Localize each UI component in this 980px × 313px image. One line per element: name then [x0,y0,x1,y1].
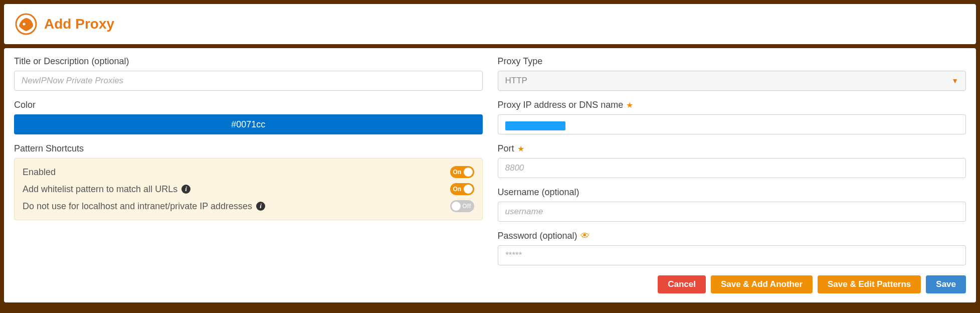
eye-icon[interactable]: 👁 [580,231,590,241]
redacted-ip [505,121,565,130]
title-input[interactable] [14,71,483,91]
localhost-label: Do not use for localhost and intranet/pr… [23,201,252,212]
shortcut-row-enabled: Enabled On [23,164,474,181]
title-label: Title or Description (optional) [14,56,483,67]
info-icon[interactable]: i [256,202,265,211]
proxy-type-select[interactable]: HTTP ▼ [498,71,966,91]
enabled-label: Enabled [23,167,56,178]
proxy-type-value: HTTP [505,76,527,86]
page-title: Add Proxy [44,16,114,32]
save-button[interactable]: Save [926,275,966,293]
right-column: Proxy Type HTTP ▼ Proxy IP address or DN… [498,56,966,293]
port-input[interactable] [498,158,966,178]
enabled-toggle[interactable]: On [450,166,474,178]
color-label: Color [14,100,483,110]
shortcuts-label: Pattern Shortcuts [14,143,483,154]
username-input[interactable] [498,202,966,222]
form-panel: Title or Description (optional) Color #0… [4,48,976,302]
ip-input[interactable] [498,114,966,134]
foxyproxy-logo-icon [15,13,37,35]
color-button[interactable]: #0071cc [14,114,483,134]
proxy-type-label: Proxy Type [498,56,966,67]
ip-label: Proxy IP address or DNS name ★ [498,100,966,110]
port-label: Port ★ [498,143,966,154]
header-bar: Add Proxy [4,4,976,44]
password-input[interactable] [498,245,966,265]
star-icon: ★ [517,144,524,153]
shortcut-row-localhost: Do not use for localhost and intranet/pr… [23,198,474,215]
info-icon[interactable]: i [181,185,190,194]
shortcuts-box: Enabled On Add whitelist pattern to matc… [14,158,483,220]
left-column: Title or Description (optional) Color #0… [14,56,483,293]
svg-point-1 [23,23,26,26]
localhost-toggle[interactable]: Off [450,200,474,212]
star-icon: ★ [626,100,633,110]
shortcut-row-whitelist: Add whitelist pattern to match all URLs … [23,181,474,198]
save-add-another-button[interactable]: Save & Add Another [711,275,813,293]
password-label: Password (optional) 👁 [498,231,966,241]
save-edit-patterns-button[interactable]: Save & Edit Patterns [818,275,921,293]
footer-buttons: Cancel Save & Add Another Save & Edit Pa… [498,275,966,293]
username-label: Username (optional) [498,187,966,198]
whitelist-toggle[interactable]: On [450,183,474,195]
cancel-button[interactable]: Cancel [658,275,706,293]
whitelist-label: Add whitelist pattern to match all URLs [23,184,177,195]
chevron-down-icon: ▼ [951,77,958,85]
